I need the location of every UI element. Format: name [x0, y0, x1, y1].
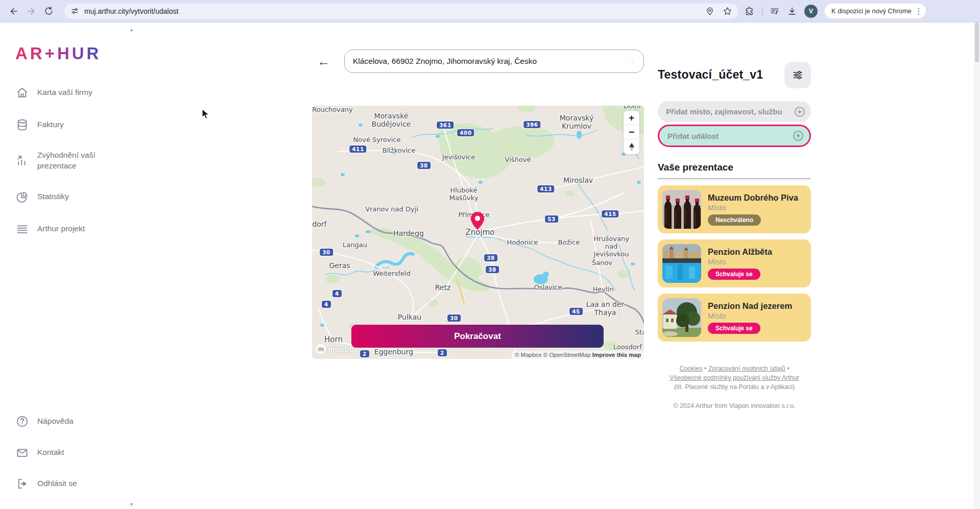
page-scrollbar[interactable]: [974, 22, 980, 509]
sidebar-item[interactable]: Arthur projekt: [15, 222, 134, 236]
attribution-copyrights[interactable]: © Mapbox © OpenStreetMap: [515, 352, 591, 358]
address-bar[interactable]: muj.arthur.city/vytvorit/udalost: [64, 4, 738, 19]
map-place-label: Oslavice: [534, 284, 562, 292]
bookmark-star-icon[interactable]: [723, 6, 732, 16]
card-body: Muzeum Dobrého PivaMístoNeschváleno: [708, 193, 798, 226]
map-place-label: Hodonice: [507, 239, 538, 247]
terms-link[interactable]: Všeobecné podmínky používání služby Arth…: [670, 374, 799, 381]
address-loading-dots: ··: [629, 57, 635, 65]
account-panel: Testovací_účet_v1 Přidat místo, zajímavo…: [658, 22, 811, 410]
improve-map-link[interactable]: Improve this map: [592, 352, 641, 358]
sidebar-item[interactable]: Faktury: [15, 118, 134, 132]
chrome-update-button[interactable]: K dispozici je nový Chrome ⋮: [825, 4, 926, 18]
cookies-link[interactable]: Cookies: [679, 365, 702, 372]
status-badge: Neschváleno: [708, 214, 761, 226]
map-place-label: Moravské Budějovice: [372, 112, 411, 128]
sidebar-item-label: Odhlásit se: [37, 478, 123, 489]
card-type: Místo: [708, 258, 772, 266]
address-value: Klácelova, 66902 Znojmo, Jihomoravský kr…: [353, 57, 537, 66]
sidebar-item[interactable]: Kontakt: [15, 446, 123, 459]
arthur-logo[interactable]: AR+HUR: [15, 44, 134, 63]
presentation-card[interactable]: Penzion Nad jezeremMístoSchvaluje se: [658, 294, 811, 342]
location-icon[interactable]: [705, 7, 714, 16]
extensions-icon[interactable]: [745, 6, 755, 16]
stats-icon: [15, 190, 29, 204]
continue-button[interactable]: Pokračovat: [351, 325, 604, 348]
add-event-button[interactable]: Přidat událost: [658, 125, 811, 147]
privacy-link[interactable]: Zpracování osobních údajů: [708, 365, 785, 372]
scrollbar-thumb[interactable]: [975, 22, 979, 62]
map-place-label: Pulkau: [398, 313, 421, 321]
map-place-label: Eggenburg: [374, 348, 413, 356]
zoom-in-button[interactable]: +: [624, 111, 639, 125]
profile-avatar[interactable]: V: [804, 5, 818, 18]
chrome-update-label: K dispozici je nový Chrome: [831, 7, 912, 15]
road-shield: 38: [486, 266, 499, 273]
presentations-title: Vaše prezentace: [658, 162, 811, 173]
account-settings-button[interactable]: [784, 62, 811, 88]
browser-toolbar: muj.arthur.city/vytvorit/udalost V K dis…: [0, 0, 980, 22]
sidebar-item[interactable]: Zvýhodnění vaší prezentace: [15, 150, 134, 172]
presentation-card[interactable]: Penzion AlžbětaMístoSchvaluje se: [658, 239, 811, 287]
map-place-label: Blížkovice: [383, 147, 415, 155]
mouse-cursor-icon: [201, 109, 210, 122]
media-controls-icon[interactable]: [770, 6, 780, 16]
map-place-label: Višňové: [505, 156, 531, 164]
sidebar-item-label: Arthur projekt: [37, 224, 123, 234]
map-place-label: Jevišovice: [442, 154, 475, 161]
map-attribution: © Mapbox © OpenStreetMap Improve this ma…: [512, 351, 644, 359]
footer-copyright: © 2024 Arthur from Vlapon innovation s.r…: [658, 401, 811, 410]
sidebar-item[interactable]: Karta vaší firmy: [15, 86, 134, 100]
tree-thumbnail: [662, 298, 701, 337]
status-badge: Schvaluje se: [708, 323, 760, 334]
road-shield: 38: [417, 162, 431, 169]
downloads-icon[interactable]: [787, 6, 797, 16]
page-back-button[interactable]: ←: [317, 54, 330, 69]
map-canvas[interactable]: Moravské BudějoviceNové SyroviceBlížkovi…: [312, 106, 644, 359]
card-type: Místo: [708, 312, 792, 320]
project-icon: [15, 222, 29, 236]
app-page: ▴ ▾ AR+HUR Karta vaší firmyFakturyZvýhod…: [0, 22, 980, 509]
map-marker-pin-icon: [470, 211, 485, 232]
map-zoom-controls: + −: [624, 111, 639, 154]
site-settings-icon[interactable]: [70, 7, 79, 15]
card-title: Penzion Nad jezerem: [708, 301, 792, 311]
pool-thumbnail: [662, 244, 701, 283]
map-place-label: Božice: [558, 239, 580, 247]
status-badge: Schvaluje se: [708, 269, 760, 280]
help-icon: [15, 415, 29, 428]
road-shield: 4: [322, 301, 331, 308]
zoom-out-button[interactable]: −: [624, 125, 639, 139]
plus-circle-icon: [794, 106, 806, 118]
footer-note: (III. Placené služby na Portálu a v Apli…: [658, 382, 811, 392]
presentation-card[interactable]: Muzeum Dobrého PivaMístoNeschváleno: [658, 185, 811, 233]
sidebar-item[interactable]: Nápověda: [15, 415, 123, 428]
card-body: Penzion AlžbětaMístoSchvaluje se: [708, 247, 772, 280]
browser-back-button[interactable]: [5, 3, 22, 20]
beer-bottles-thumbnail: [662, 190, 701, 229]
sidebar-item[interactable]: Statistiky: [15, 190, 134, 204]
road-shield: 361: [437, 122, 453, 129]
presentations-divider: [658, 178, 811, 179]
map-place-label: Rouchovany: [312, 106, 353, 114]
map-place-label: Loosdorf: [613, 344, 642, 351]
map-place-label: Geras: [329, 261, 350, 270]
browser-forward-button[interactable]: [22, 3, 40, 20]
road-shield: 411: [349, 146, 366, 153]
sliders-icon: [792, 69, 804, 81]
sidebar-bottom-nav: NápovědaKontaktOdhlásit se: [15, 415, 123, 491]
map-place-label: Hardegg: [393, 229, 424, 237]
map-place-label: Hevlín: [593, 286, 614, 294]
browser-reload-button[interactable]: [40, 3, 57, 20]
mapbox-logo-icon: m: [316, 344, 326, 354]
sidebar-item-label: Karta vaší firmy: [37, 87, 123, 98]
add-place-button[interactable]: Přidat místo, zajímavost, službu: [658, 101, 811, 122]
browser-actions: V K dispozici je nový Chrome ⋮: [745, 4, 926, 18]
address-field[interactable]: Klácelova, 66902 Znojmo, Jihomoravský kr…: [344, 50, 644, 73]
sidebar-item[interactable]: Odhlásit se: [15, 477, 123, 491]
card-type: Místo: [708, 204, 798, 212]
browser-menu-icon[interactable]: ⋮: [915, 6, 923, 16]
footer-separator: •: [704, 365, 706, 372]
mapbox-logo[interactable]: m mapbox: [316, 344, 359, 354]
compass-button[interactable]: [624, 139, 639, 154]
